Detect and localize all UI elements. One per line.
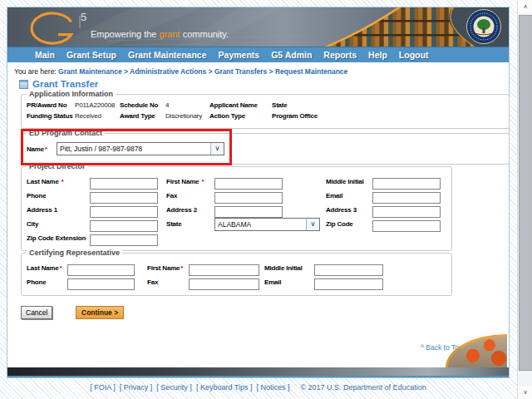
pd-state-label: State: [166, 220, 214, 228]
pr-award-no-value: P011A220008: [75, 101, 120, 109]
action-type-label: Action Type: [209, 112, 272, 120]
required-marker: *: [201, 178, 204, 185]
g5-page: 5 Empowering the grant community. Main G…: [7, 7, 510, 378]
cr-last-name-input[interactable]: [67, 264, 135, 276]
pd-address3-input[interactable]: [372, 206, 441, 218]
chevron-down-icon[interactable]: [210, 143, 224, 155]
ed-program-contact-section: ED Program Contact Name* Pitt, Justin / …: [21, 133, 510, 165]
footer-link-privacy[interactable]: [ Privacy ]: [120, 383, 153, 392]
pd-zip-input[interactable]: [372, 220, 441, 232]
copyright-text: © 2017 U.S. Department of Education: [300, 383, 426, 392]
pd-address1-input[interactable]: [90, 206, 158, 218]
nav-item-grant-maintenance[interactable]: Grant Maintenance: [128, 50, 207, 60]
nav-item-main[interactable]: Main: [35, 50, 55, 60]
scrollbar-thumb[interactable]: [519, 15, 532, 371]
cr-middle-initial-label: Middle Initial: [264, 264, 314, 272]
pd-last-name-label: Last Name *: [27, 178, 90, 185]
cr-email-input[interactable]: [314, 278, 383, 290]
pd-zip-label: Zip Code: [326, 220, 372, 228]
footer: [ FOIA ] [ Privacy ] [ Security ] [ Keyb…: [0, 383, 516, 392]
footer-link-keyboard-tips[interactable]: [ Keyboard Tips ]: [196, 383, 253, 392]
scroll-up-icon[interactable]: [518, 0, 532, 13]
breadcrumb: You are here: Grant Maintenance > Admini…: [7, 62, 509, 76]
nav-item-help[interactable]: Help: [368, 50, 387, 60]
g5-logo-sup: 5: [81, 11, 86, 23]
pd-state-select[interactable]: ALABAMA: [214, 218, 320, 231]
required-marker: *: [62, 178, 64, 185]
application-information-section: Application Information PR/Award No P011…: [21, 94, 510, 129]
cr-first-name-label: First Name*: [147, 264, 189, 272]
pd-first-name-label: First Name *: [166, 178, 214, 185]
nav-item-logout[interactable]: Logout: [399, 50, 429, 60]
ed-name-select-value: Pitt, Justin / 987-987-9878: [60, 145, 142, 153]
pd-middle-initial-input[interactable]: [372, 178, 441, 190]
cr-phone-input[interactable]: [67, 278, 135, 290]
certifying-representative-legend: Certifying Representative: [27, 249, 122, 257]
funding-status-value: Received: [75, 112, 120, 120]
page-title: Grant Transfer: [19, 79, 98, 89]
nav-item-grant-setup[interactable]: Grant Setup: [66, 50, 116, 60]
banner-tagline: Empowering the grant community.: [91, 29, 229, 39]
pr-award-no-label: PR/Award No: [27, 101, 75, 109]
cr-first-name-input[interactable]: [189, 264, 259, 276]
award-type-label: Award Type: [120, 112, 165, 120]
classroom-corner-image: [446, 334, 507, 367]
pd-phone-label: Phone: [27, 192, 90, 200]
breadcrumb-prefix: You are here:: [14, 67, 57, 76]
cr-fax-input[interactable]: [189, 278, 259, 290]
ed-name-label: Name*: [27, 145, 57, 153]
state-label: State: [272, 101, 318, 109]
application-information-legend: Application Information: [27, 90, 116, 98]
program-office-label: Program Office: [272, 112, 318, 120]
footer-link-foia[interactable]: [ FOIA ]: [90, 383, 116, 392]
certifying-representative-section: Certifying Representative Last Name* Fir…: [21, 253, 452, 296]
main-navbar: Main Grant Setup Grant Maintenance Payme…: [7, 47, 509, 62]
project-director-section: Project Director Last Name * First Name …: [21, 166, 452, 251]
pd-state-select-value: ALABAMA: [218, 220, 251, 229]
applicant-name-label: Applicant Name: [209, 101, 272, 109]
required-marker: *: [45, 145, 47, 153]
pd-fax-label: Fax: [166, 192, 214, 200]
cr-email-label: Email: [264, 278, 314, 286]
breadcrumb-path[interactable]: Grant Maintenance > Administrative Actio…: [58, 67, 347, 76]
window-icon: [19, 80, 28, 89]
cr-phone-label: Phone: [27, 278, 67, 286]
required-marker: *: [180, 264, 183, 272]
pd-city-label: City: [27, 220, 90, 228]
browser-viewport: 5 Empowering the grant community. Main G…: [0, 0, 532, 399]
vertical-scrollbar[interactable]: [517, 0, 532, 399]
required-marker: *: [60, 264, 62, 272]
scroll-down-icon[interactable]: [518, 386, 532, 399]
department-of-education-seal: [467, 10, 501, 44]
footer-link-notices[interactable]: [ Notices ]: [256, 383, 289, 392]
banner-art: 5 Empowering the grant community.: [7, 7, 509, 47]
pd-address2-input[interactable]: [214, 206, 283, 218]
footer-link-security[interactable]: [ Security ]: [156, 383, 192, 392]
pd-phone-input[interactable]: [90, 192, 158, 204]
cancel-button[interactable]: Cancel: [21, 306, 52, 319]
pd-city-input[interactable]: [90, 220, 158, 232]
pd-first-name-input[interactable]: [214, 178, 283, 190]
pd-address1-label: Address 1: [27, 206, 90, 214]
cr-fax-label: Fax: [147, 278, 189, 286]
pd-address3-label: Address 3: [326, 206, 372, 214]
pd-email-input[interactable]: [372, 192, 441, 204]
pd-address2-label: Address 2: [166, 206, 214, 214]
ed-name-select[interactable]: Pitt, Justin / 987-987-9878: [57, 142, 224, 155]
schedule-no-label: Schedule No: [120, 101, 165, 109]
cr-last-name-label: Last Name*: [27, 264, 67, 272]
nav-item-payments[interactable]: Payments: [219, 50, 260, 60]
nav-item-reports[interactable]: Reports: [323, 50, 357, 60]
nav-item-g5-admin[interactable]: G5 Admin: [271, 50, 312, 60]
chevron-down-icon[interactable]: [306, 219, 319, 230]
pd-middle-initial-label: Middle Initial: [326, 178, 372, 185]
pd-last-name-input[interactable]: [90, 178, 158, 190]
pd-zip-ext-label: Zip Code Extension: [27, 234, 90, 242]
project-director-legend: Project Director: [27, 162, 88, 170]
header-banner: 5 Empowering the grant community.: [7, 7, 509, 47]
pd-fax-input[interactable]: [214, 192, 283, 204]
funding-status-label: Funding Status: [27, 112, 75, 120]
pd-zip-ext-input[interactable]: [90, 234, 158, 246]
continue-button[interactable]: Continue >: [76, 306, 124, 319]
cr-middle-initial-input[interactable]: [314, 264, 383, 276]
